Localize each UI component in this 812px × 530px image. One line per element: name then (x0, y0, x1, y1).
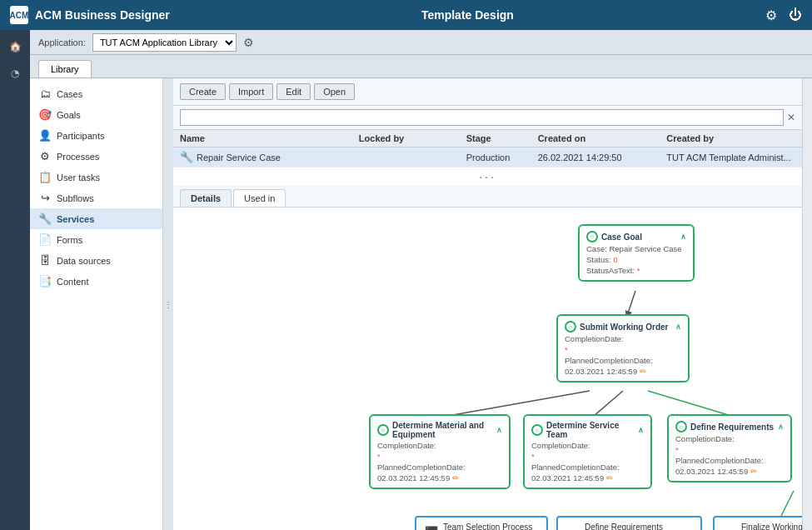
header-center-title: Template Design (421, 8, 514, 22)
app-title: ACM Business Designer (35, 8, 170, 22)
header: ACM ACM Business Designer Template Desig… (0, 0, 812, 30)
header-right: ⚙ ⏻ (765, 8, 802, 23)
power-icon[interactable]: ⏻ (789, 8, 802, 22)
settings-icon[interactable]: ⚙ (765, 8, 777, 23)
app-logo: ACM (10, 6, 28, 24)
header-left: ACM ACM Business Designer (10, 6, 170, 24)
